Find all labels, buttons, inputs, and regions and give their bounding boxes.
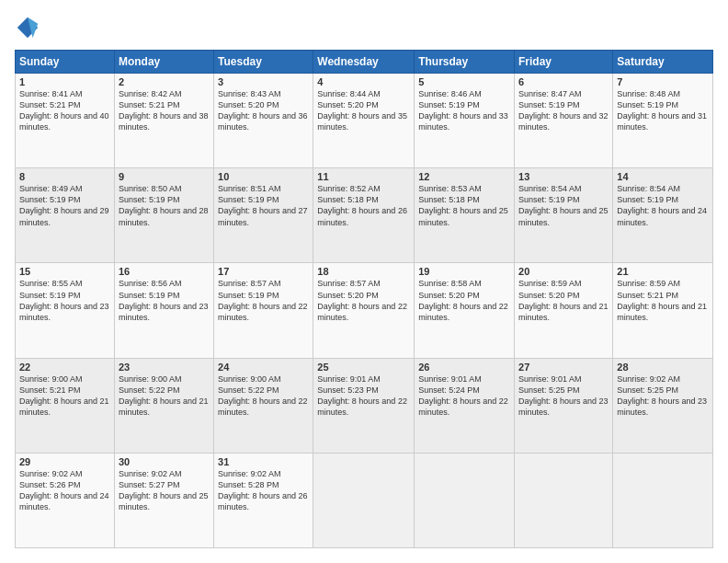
day-number: 30 [119,456,210,467]
week-row-2: 8Sunrise: 8:49 AMSunset: 5:19 PMDaylight… [16,168,713,263]
day-number: 12 [418,171,510,182]
week-row-4: 22Sunrise: 9:00 AMSunset: 5:21 PMDayligh… [16,358,713,453]
day-info: Sunrise: 8:44 AMSunset: 5:20 PMDaylight:… [317,88,410,133]
day-number: 24 [218,362,309,373]
day-info: Sunrise: 8:59 AMSunset: 5:20 PMDaylight:… [518,278,609,323]
day-number: 16 [119,266,210,277]
day-info: Sunrise: 8:41 AMSunset: 5:21 PMDaylight:… [19,88,110,133]
day-cell: 7Sunrise: 8:48 AMSunset: 5:19 PMDaylight… [613,74,713,168]
day-number: 21 [617,266,709,277]
day-info: Sunrise: 8:43 AMSunset: 5:20 PMDaylight:… [218,88,309,133]
day-cell: 17Sunrise: 8:57 AMSunset: 5:19 PMDayligh… [214,263,313,358]
day-info: Sunrise: 8:48 AMSunset: 5:19 PMDaylight:… [617,88,709,133]
day-info: Sunrise: 8:50 AMSunset: 5:19 PMDaylight:… [119,183,210,228]
day-cell [313,453,415,547]
day-info: Sunrise: 9:00 AMSunset: 5:22 PMDaylight:… [218,373,309,419]
week-row-3: 15Sunrise: 8:55 AMSunset: 5:19 PMDayligh… [16,263,713,358]
day-number: 3 [218,76,309,87]
day-number: 4 [317,76,410,87]
day-cell [415,453,515,547]
weekday-header-saturday: Saturday [613,51,713,74]
day-number: 17 [218,266,309,277]
day-info: Sunrise: 9:01 AMSunset: 5:24 PMDaylight:… [418,373,510,419]
day-number: 5 [418,76,510,87]
day-cell: 9Sunrise: 8:50 AMSunset: 5:19 PMDaylight… [114,168,213,263]
weekday-header-friday: Friday [515,51,613,74]
day-info: Sunrise: 8:54 AMSunset: 5:19 PMDaylight:… [518,183,609,228]
day-cell: 20Sunrise: 8:59 AMSunset: 5:20 PMDayligh… [515,263,613,358]
day-info: Sunrise: 8:57 AMSunset: 5:20 PMDaylight:… [317,278,410,323]
day-info: Sunrise: 8:55 AMSunset: 5:19 PMDaylight:… [19,278,110,323]
day-cell: 25Sunrise: 9:01 AMSunset: 5:23 PMDayligh… [313,358,415,453]
day-cell: 1Sunrise: 8:41 AMSunset: 5:21 PMDaylight… [16,74,115,168]
day-number: 1 [19,76,110,87]
weekday-header-monday: Monday [114,51,213,74]
day-info: Sunrise: 9:00 AMSunset: 5:21 PMDaylight:… [19,373,110,419]
day-info: Sunrise: 8:46 AMSunset: 5:19 PMDaylight:… [418,88,510,133]
day-cell: 10Sunrise: 8:51 AMSunset: 5:19 PMDayligh… [214,168,313,263]
day-cell: 16Sunrise: 8:56 AMSunset: 5:19 PMDayligh… [114,263,213,358]
day-info: Sunrise: 9:02 AMSunset: 5:25 PMDaylight:… [617,373,709,419]
day-info: Sunrise: 9:02 AMSunset: 5:26 PMDaylight:… [19,468,110,513]
day-info: Sunrise: 9:01 AMSunset: 5:23 PMDaylight:… [317,373,410,419]
day-info: Sunrise: 8:57 AMSunset: 5:19 PMDaylight:… [218,278,309,323]
day-cell: 28Sunrise: 9:02 AMSunset: 5:25 PMDayligh… [613,358,713,453]
day-number: 26 [418,362,510,373]
day-number: 31 [218,456,309,467]
day-cell: 13Sunrise: 8:54 AMSunset: 5:19 PMDayligh… [515,168,613,263]
calendar-table: SundayMondayTuesdayWednesdayThursdayFrid… [15,50,713,548]
day-number: 11 [317,171,410,182]
day-cell: 11Sunrise: 8:52 AMSunset: 5:18 PMDayligh… [313,168,415,263]
day-cell: 23Sunrise: 9:00 AMSunset: 5:22 PMDayligh… [114,358,213,453]
day-cell: 30Sunrise: 9:02 AMSunset: 5:27 PMDayligh… [114,453,213,547]
day-info: Sunrise: 8:59 AMSunset: 5:21 PMDaylight:… [617,278,709,323]
weekday-header-tuesday: Tuesday [214,51,313,74]
day-info: Sunrise: 8:56 AMSunset: 5:19 PMDaylight:… [119,278,210,323]
weekday-header-thursday: Thursday [415,51,515,74]
day-info: Sunrise: 8:47 AMSunset: 5:19 PMDaylight:… [518,88,609,133]
day-cell [515,453,613,547]
day-info: Sunrise: 8:51 AMSunset: 5:19 PMDaylight:… [218,183,309,228]
day-cell: 4Sunrise: 8:44 AMSunset: 5:20 PMDaylight… [313,74,415,168]
day-cell: 22Sunrise: 9:00 AMSunset: 5:21 PMDayligh… [16,358,115,453]
day-cell: 26Sunrise: 9:01 AMSunset: 5:24 PMDayligh… [415,358,515,453]
day-number: 27 [518,362,609,373]
day-cell: 29Sunrise: 9:02 AMSunset: 5:26 PMDayligh… [16,453,115,547]
day-cell: 2Sunrise: 8:42 AMSunset: 5:21 PMDaylight… [114,74,213,168]
day-info: Sunrise: 9:01 AMSunset: 5:25 PMDaylight:… [518,373,609,419]
day-number: 7 [617,76,709,87]
day-number: 28 [617,362,709,373]
day-info: Sunrise: 8:54 AMSunset: 5:19 PMDaylight:… [617,183,709,228]
day-cell: 15Sunrise: 8:55 AMSunset: 5:19 PMDayligh… [16,263,115,358]
day-cell: 3Sunrise: 8:43 AMSunset: 5:20 PMDaylight… [214,74,313,168]
day-number: 14 [617,171,709,182]
logo [15,15,42,40]
header [15,15,713,40]
day-number: 18 [317,266,410,277]
day-cell [613,453,713,547]
day-number: 9 [119,171,210,182]
day-info: Sunrise: 9:02 AMSunset: 5:27 PMDaylight:… [119,468,210,513]
day-cell: 8Sunrise: 8:49 AMSunset: 5:19 PMDaylight… [16,168,115,263]
day-number: 19 [418,266,510,277]
week-row-5: 29Sunrise: 9:02 AMSunset: 5:26 PMDayligh… [16,453,713,547]
logo-icon [15,15,40,40]
day-cell: 24Sunrise: 9:00 AMSunset: 5:22 PMDayligh… [214,358,313,453]
day-number: 15 [19,266,110,277]
day-number: 29 [19,456,110,467]
day-number: 23 [119,362,210,373]
day-number: 25 [317,362,410,373]
day-info: Sunrise: 9:02 AMSunset: 5:28 PMDaylight:… [218,468,309,513]
day-number: 8 [19,171,110,182]
day-cell: 6Sunrise: 8:47 AMSunset: 5:19 PMDaylight… [515,74,613,168]
day-number: 6 [518,76,609,87]
week-row-1: 1Sunrise: 8:41 AMSunset: 5:21 PMDaylight… [16,74,713,168]
weekday-header-row: SundayMondayTuesdayWednesdayThursdayFrid… [16,51,713,74]
day-cell: 18Sunrise: 8:57 AMSunset: 5:20 PMDayligh… [313,263,415,358]
day-cell: 21Sunrise: 8:59 AMSunset: 5:21 PMDayligh… [613,263,713,358]
day-info: Sunrise: 8:42 AMSunset: 5:21 PMDaylight:… [119,88,210,133]
day-number: 13 [518,171,609,182]
day-info: Sunrise: 8:49 AMSunset: 5:19 PMDaylight:… [19,183,110,228]
day-info: Sunrise: 8:58 AMSunset: 5:20 PMDaylight:… [418,278,510,323]
day-cell: 14Sunrise: 8:54 AMSunset: 5:19 PMDayligh… [613,168,713,263]
